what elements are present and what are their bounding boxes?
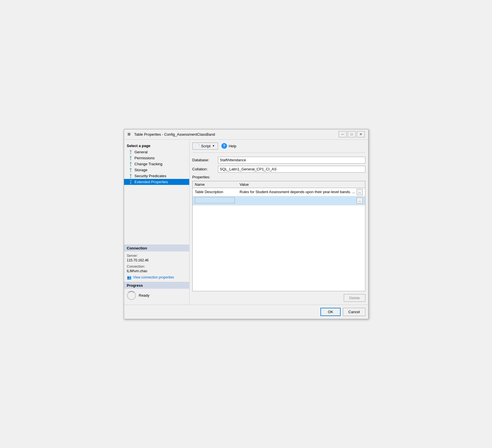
properties-label: Properties: (192, 175, 365, 179)
sidebar-label-security-predicates: Security Predicates (135, 174, 166, 178)
progress-title: Progress (124, 282, 189, 289)
server-value: 115.70.162.46 (127, 258, 186, 262)
script-button[interactable]: 📄 Script ▼ (192, 143, 218, 150)
sidebar-spacer (124, 185, 189, 245)
edit-value-cell: ... (237, 196, 365, 205)
connection-section: Connection Server: 115.70.162.46 Connect… (124, 245, 189, 282)
sidebar-label-storage: Storage (135, 168, 148, 172)
connection-value: ILIM\vm.chao (127, 269, 186, 273)
delete-button[interactable]: Delete (344, 294, 365, 302)
sidebar-label-change-tracking: Change Tracking (135, 162, 162, 166)
row-value-text: Rules for Student Assessment depends upo… (240, 190, 355, 194)
progress-spinner (127, 291, 136, 300)
toolbar: 📄 Script ▼ ? Help (192, 143, 365, 153)
ok-button[interactable]: OK (320, 308, 341, 316)
progress-section: Progress Ready (124, 282, 189, 302)
sidebar-label-permissions: Permissions (135, 156, 155, 160)
sidebar-item-permissions[interactable]: 🔧 Permissions (124, 155, 189, 161)
script-label: Script (201, 144, 211, 148)
main-window: ⊞ Table Properties - Config_AssessmentCl… (124, 129, 369, 319)
wrench-icon-permissions: 🔧 (128, 155, 134, 161)
maximize-button[interactable]: □ (348, 131, 356, 137)
wrench-icon-extended-properties: 🔧 (128, 179, 134, 185)
col-header-value: Value (237, 181, 365, 188)
collation-row: Collation: (192, 166, 365, 173)
td-value-cell-edit: ... (240, 197, 363, 204)
window-title: Table Properties - Config_AssessmentClas… (134, 132, 215, 137)
row-ellipsis-button[interactable]: ... (357, 189, 363, 195)
table-row-editing[interactable]: ... (193, 196, 365, 205)
wrench-icon-general: 🔧 (128, 149, 134, 155)
progress-status: Ready (139, 293, 150, 298)
server-label: Server: (127, 254, 186, 258)
connection-title: Connection (124, 245, 189, 251)
help-label: Help (229, 144, 236, 148)
wrench-icon-storage: 🔧 (128, 167, 134, 173)
database-label: Database: (192, 158, 218, 162)
sidebar-item-change-tracking[interactable]: 🔧 Change Tracking (124, 161, 189, 167)
edit-name-cell[interactable] (193, 196, 238, 205)
database-input[interactable] (218, 157, 365, 164)
connection-people-icon: 👥 (127, 275, 131, 280)
script-icon: 📄 (195, 144, 200, 148)
sidebar: Select a page 🔧 General 🔧 Permissions 🔧 … (124, 140, 190, 305)
view-connection-properties-link[interactable]: View connection properties (133, 275, 174, 279)
table-header-row: Name Value (193, 181, 365, 188)
footer: OK Cancel (124, 305, 368, 319)
minimize-button[interactable]: ─ (339, 131, 347, 137)
sidebar-label-extended-properties: Extended Properties (135, 180, 168, 184)
collation-input[interactable] (218, 166, 365, 173)
wrench-icon-security-predicates: 🔧 (128, 173, 134, 179)
close-button[interactable]: ✕ (357, 131, 365, 137)
main-content: Select a page 🔧 General 🔧 Permissions 🔧 … (124, 140, 368, 305)
wrench-icon-change-tracking: 🔧 (128, 161, 134, 167)
td-value-cell: Rules for Student Assessment depends upo… (240, 189, 363, 195)
title-bar-left: ⊞ Table Properties - Config_AssessmentCl… (127, 132, 215, 137)
delete-row: Delete (192, 291, 365, 302)
row-name-cell: Table Description (193, 188, 238, 196)
sidebar-label-general: General (135, 150, 148, 154)
script-dropdown-arrow: ▼ (212, 144, 215, 147)
properties-table-body: Table Description Rules for Student Asse… (193, 188, 365, 205)
edit-ellipsis-button[interactable]: ... (357, 197, 363, 204)
sidebar-item-storage[interactable]: 🔧 Storage (124, 167, 189, 173)
database-row: Database: (192, 157, 365, 164)
help-icon: ? (221, 143, 227, 149)
col-header-name: Name (193, 181, 238, 188)
collation-label: Collation: (192, 167, 218, 171)
properties-table-container: Name Value Table Description Rules for S… (192, 181, 365, 291)
view-connection-link-row[interactable]: 👥 View connection properties (127, 275, 186, 280)
title-bar-controls: ─ □ ✕ (339, 131, 365, 137)
properties-table: Name Value Table Description Rules for S… (193, 181, 365, 205)
title-bar: ⊞ Table Properties - Config_AssessmentCl… (124, 129, 368, 140)
help-button[interactable]: ? Help (221, 143, 236, 149)
cancel-button[interactable]: Cancel (343, 308, 365, 316)
name-edit-input[interactable] (195, 197, 235, 203)
sidebar-item-security-predicates[interactable]: 🔧 Security Predicates (124, 173, 189, 179)
sidebar-item-extended-properties[interactable]: 🔧 Extended Properties (124, 179, 189, 185)
window-icon: ⊞ (127, 132, 132, 137)
row-value-cell: Rules for Student Assessment depends upo… (237, 188, 365, 196)
right-panel: 📄 Script ▼ ? Help Database: Collation: P… (190, 140, 368, 305)
sidebar-item-general[interactable]: 🔧 General (124, 149, 189, 155)
progress-content: Ready (127, 291, 186, 300)
select-a-page-title: Select a page (124, 142, 189, 149)
table-row[interactable]: Table Description Rules for Student Asse… (193, 188, 365, 196)
connection-label: Connection: (127, 265, 186, 269)
